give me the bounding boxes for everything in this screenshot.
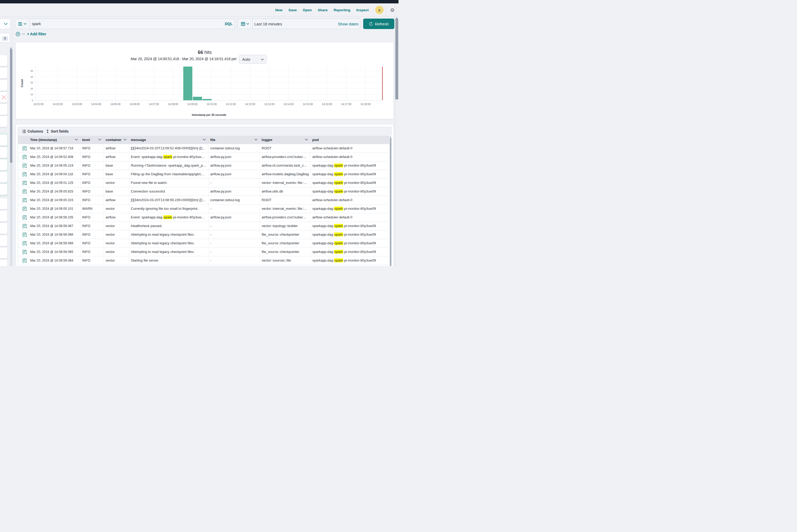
svg-text:14:07:00: 14:07:00 (149, 103, 159, 106)
svg-text:14:09:00: 14:09:00 (187, 103, 197, 106)
svg-text:14:12:00: 14:12:00 (245, 103, 255, 106)
svg-text:14:11:00: 14:11:00 (226, 103, 236, 106)
svg-text:14:01:00: 14:01:00 (33, 103, 43, 106)
svg-text:timestamp per 30 seconds: timestamp per 30 seconds (192, 113, 226, 116)
svg-text:10: 10 (30, 93, 33, 96)
svg-text:?: ? (392, 9, 393, 12)
svg-text:50: 50 (30, 70, 33, 72)
svg-text:14:08:00: 14:08:00 (168, 103, 178, 106)
svg-text:14:06:00: 14:06:00 (130, 103, 140, 106)
svg-text:14:15:00: 14:15:00 (302, 103, 313, 106)
svg-text:14:16:00: 14:16:00 (322, 103, 332, 106)
svg-text:20: 20 (30, 87, 33, 90)
svg-text:Count: Count (20, 79, 23, 87)
svg-text:14:02:00: 14:02:00 (53, 103, 63, 106)
svg-text:0: 0 (32, 99, 33, 102)
svg-text:40: 40 (30, 76, 33, 78)
svg-text:14:18:00: 14:18:00 (360, 103, 371, 106)
svg-text:14:17:00: 14:17:00 (341, 103, 351, 106)
svg-text:14:03:00: 14:03:00 (72, 103, 82, 106)
svg-text:14:05:00: 14:05:00 (110, 103, 121, 106)
svg-text:14:10:00: 14:10:00 (206, 103, 217, 106)
svg-text:14:04:00: 14:04:00 (91, 103, 101, 106)
svg-text:30: 30 (30, 81, 33, 84)
svg-text:14:13:00: 14:13:00 (264, 103, 274, 106)
svg-text:14:14:00: 14:14:00 (283, 103, 294, 106)
